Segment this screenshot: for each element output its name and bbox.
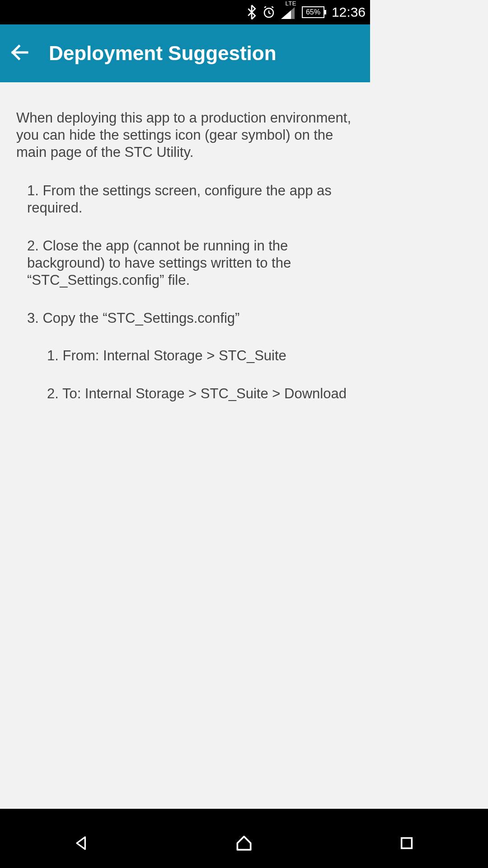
battery-indicator: 65% [302, 6, 324, 18]
intro-text: When deploying this app to a production … [16, 109, 354, 160]
app-bar: Deployment Suggestion [0, 24, 370, 82]
page-title: Deployment Suggestion [49, 42, 277, 65]
step-item: 3. Copy the “STC_Settings.config” 1. Fro… [27, 310, 354, 402]
battery-level-label: 65% [302, 6, 324, 18]
step-item: 1. From the settings screen, configure t… [27, 182, 354, 217]
steps-list: 1. From the settings screen, configure t… [16, 182, 354, 402]
clock-label: 12:36 [332, 5, 366, 20]
back-button[interactable] [9, 42, 31, 65]
network-type-label: LTE [286, 0, 296, 7]
step-text: 3. Copy the “STC_Settings.config” [27, 310, 239, 326]
alarm-icon [262, 5, 276, 19]
bluetooth-icon [247, 5, 257, 20]
signal-icon: LTE [281, 5, 296, 19]
sub-step-item: 2. To: Internal Storage > STC_Suite > Do… [47, 385, 354, 402]
sub-steps-list: 1. From: Internal Storage > STC_Suite 2.… [27, 347, 354, 402]
status-bar: LTE 65% 12:36 [0, 0, 370, 24]
step-item: 2. Close the app (cannot be running in t… [27, 237, 354, 288]
sub-step-item: 1. From: Internal Storage > STC_Suite [47, 347, 354, 364]
content-area: When deploying this app to a production … [0, 82, 370, 432]
